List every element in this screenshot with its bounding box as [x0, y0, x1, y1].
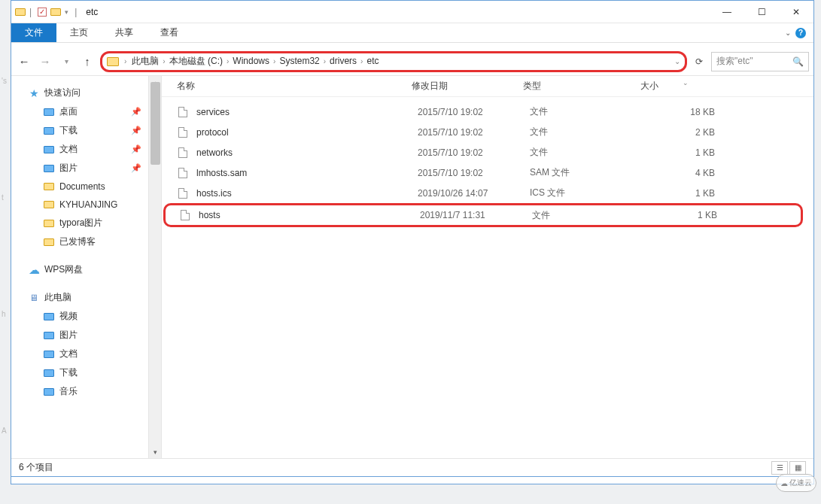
chevron-right-icon[interactable]: ›	[321, 57, 328, 65]
watermark: ☁亿速云	[776, 474, 816, 492]
file-icon	[177, 126, 189, 138]
chevron-right-icon[interactable]: ›	[160, 57, 167, 65]
navigation-pane: ★快速访问桌面📌下载📌文档📌图片📌DocumentsKYHUANJINGtypo…	[11, 76, 162, 458]
titlebar[interactable]: | ✓ ▾ | etc — ☐ ✕	[11, 1, 813, 23]
tab-share[interactable]: 共享	[102, 23, 147, 42]
folder-icon	[43, 386, 55, 398]
sidebar-item[interactable]: 视频	[28, 307, 161, 326]
breadcrumb-segment[interactable]: 本地磁盘 (C:)	[168, 56, 224, 66]
file-type: 文件	[530, 105, 647, 118]
sidebar-scrollbar[interactable]: ▴ ▾	[148, 76, 161, 458]
file-date: 2019/10/26 14:07	[418, 188, 530, 199]
column-type[interactable]: 类型	[517, 80, 634, 93]
file-icon	[177, 187, 189, 199]
file-icon	[177, 167, 189, 179]
details-view-button[interactable]: ☰	[771, 461, 788, 475]
chevron-right-icon[interactable]: ›	[224, 57, 231, 65]
sidebar-item[interactable]: 音乐	[28, 382, 161, 401]
sidebar-item[interactable]: 图片📌	[28, 159, 161, 178]
background-fragments: 'sthA	[0, 23, 9, 489]
sidebar-item[interactable]: typora图片	[28, 214, 161, 232]
tab-file[interactable]: 文件	[11, 23, 56, 42]
chevron-right-icon[interactable]: ›	[271, 57, 278, 65]
pin-icon: 📌	[131, 144, 141, 154]
file-list-area: 名称 ⌄ 修改日期 类型 大小 services2015/7/10 19:02文…	[162, 76, 813, 458]
file-size: 2 KB	[647, 127, 715, 138]
sidebar-item[interactable]: Documents	[28, 178, 161, 196]
folder-icon	[43, 329, 55, 342]
minimize-button[interactable]: —	[710, 1, 744, 23]
folder-icon	[14, 6, 26, 18]
pin-icon: 📌	[131, 107, 141, 117]
file-row[interactable]: protocol2015/7/10 19:02文件2 KB	[162, 122, 813, 142]
folder-icon	[43, 217, 55, 229]
scroll-down-icon[interactable]: ▾	[149, 445, 162, 458]
breadcrumb-segment[interactable]: drivers	[328, 56, 358, 66]
sidebar-item[interactable]: 已发博客	[28, 232, 161, 251]
breadcrumb-segment[interactable]: etc	[365, 56, 380, 66]
maximize-button[interactable]: ☐	[744, 1, 779, 23]
nav-up-button[interactable]: ↑	[79, 53, 96, 70]
file-size: 1 KB	[647, 188, 715, 199]
breadcrumb-segment[interactable]: System32	[278, 56, 321, 66]
file-row[interactable]: networks2015/7/10 19:02文件1 KB	[162, 142, 813, 162]
column-date[interactable]: 修改日期	[406, 80, 517, 93]
file-size: 1 KB	[647, 147, 715, 158]
sidebar-item[interactable]: 下载	[28, 363, 161, 382]
column-name[interactable]: 名称	[162, 80, 406, 93]
file-date: 2015/7/10 19:02	[418, 147, 530, 158]
qat-dropdown-icon[interactable]: ▾	[65, 8, 68, 16]
file-row[interactable]: hosts2019/11/7 11:31文件1 KB	[163, 203, 803, 227]
nav-forward-button[interactable]: →	[37, 53, 53, 70]
sidebar-item[interactable]: 下载📌	[28, 121, 161, 140]
file-row[interactable]: hosts.ics2019/10/26 14:07ICS 文件1 KB	[162, 183, 813, 203]
status-bar: 6 个项目 ☰ ▦	[11, 458, 813, 476]
sidebar-section[interactable]: ☁WPS网盘	[28, 260, 161, 279]
icons-view-button[interactable]: ▦	[789, 461, 806, 475]
ribbon-tabs: 文件 主页 共享 查看 ⌄ ?	[11, 23, 813, 43]
sidebar-item[interactable]: 文档📌	[28, 140, 161, 159]
breadcrumb-segment[interactable]: 此电脑	[130, 56, 160, 66]
scrollbar-thumb[interactable]	[151, 82, 160, 165]
address-row: ← → ▾ ↑ › 此电脑›本地磁盘 (C:)›Windows›System32…	[11, 47, 813, 76]
file-type: 文件	[532, 209, 649, 222]
search-input[interactable]: 搜索"etc" 🔍	[711, 52, 809, 71]
sidebar-section[interactable]: ★快速访问	[28, 83, 161, 102]
file-row[interactable]: services2015/7/10 19:02文件18 KB	[162, 102, 813, 122]
nav-recent-dropdown[interactable]: ▾	[58, 53, 74, 70]
refresh-button[interactable]: ⟳	[692, 54, 707, 69]
help-icon[interactable]: ?	[795, 28, 806, 38]
nav-back-button[interactable]: ←	[16, 53, 32, 70]
address-dropdown-icon[interactable]: ⌄	[674, 57, 680, 65]
tab-view[interactable]: 查看	[147, 23, 192, 42]
file-date: 2015/7/10 19:02	[418, 107, 530, 117]
file-name: networks	[196, 147, 418, 158]
pin-icon: 📌	[131, 126, 141, 135]
sidebar-item[interactable]: 图片	[28, 326, 161, 345]
file-type: 文件	[530, 126, 647, 138]
sort-indicator-icon: ⌄	[683, 79, 689, 87]
sidebar-section[interactable]: 🖥此电脑	[28, 288, 161, 307]
qat-checkbox-icon[interactable]: ✓	[38, 8, 47, 17]
tab-home[interactable]: 主页	[56, 23, 102, 42]
folder-icon	[43, 367, 55, 379]
file-row[interactable]: lmhosts.sam2015/7/10 19:02SAM 文件4 KB	[162, 162, 813, 183]
explorer-window: | ✓ ▾ | etc — ☐ ✕ 文件 主页 共享 查看 ⌄ ? ← → ▾ …	[11, 0, 814, 477]
sidebar-item[interactable]: 文档	[28, 345, 161, 363]
ribbon-expand-icon[interactable]: ⌄	[785, 29, 791, 37]
file-name: lmhosts.sam	[196, 168, 418, 178]
sidebar-item[interactable]: KYHUANJING	[28, 196, 161, 214]
folder-icon	[43, 181, 55, 193]
sidebar-item[interactable]: 桌面📌	[28, 102, 161, 121]
breadcrumb-segment[interactable]: Windows	[231, 56, 271, 66]
folder-icon	[43, 236, 55, 248]
status-text: 6 个项目	[19, 461, 53, 474]
folder-icon	[43, 125, 55, 137]
address-bar[interactable]: › 此电脑›本地磁盘 (C:)›Windows›System32›drivers…	[100, 51, 687, 72]
qat-folder-icon[interactable]	[50, 6, 62, 18]
section-icon: ☁	[28, 264, 40, 276]
chevron-right-icon[interactable]: ›	[122, 57, 129, 65]
file-name: protocol	[196, 127, 418, 138]
file-type: SAM 文件	[530, 166, 647, 179]
close-button[interactable]: ✕	[779, 1, 813, 23]
